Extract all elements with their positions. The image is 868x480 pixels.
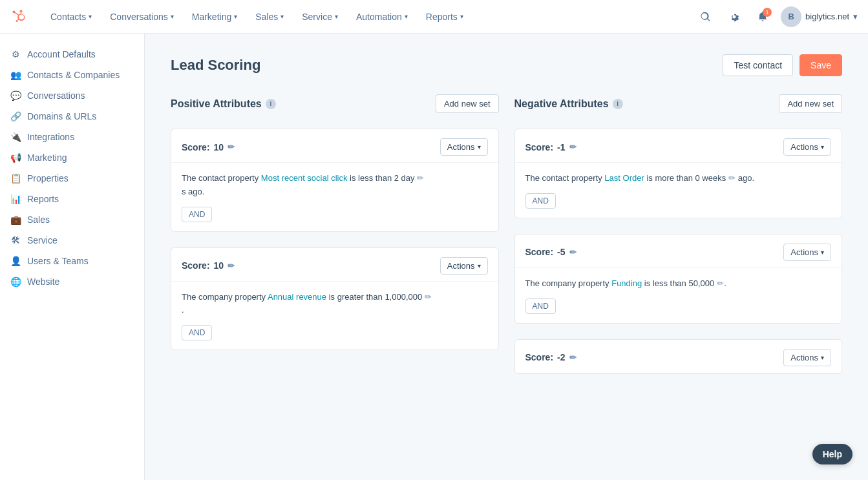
positive-attributes-header: Positive Attributes i Add new set bbox=[171, 94, 499, 113]
negative-card-1-header: Score: -1 ✏ Actions ▾ bbox=[515, 129, 842, 163]
negative-add-new-set-button[interactable]: Add new set bbox=[779, 94, 842, 113]
chevron-down-icon: ▾ bbox=[234, 13, 237, 20]
sidebar-item-contacts-companies[interactable]: 👥 Contacts & Companies bbox=[0, 65, 144, 85]
chevron-down-icon: ▾ bbox=[171, 13, 174, 20]
edit-neg-score-3-icon[interactable]: ✏ bbox=[569, 353, 577, 362]
property-link-1[interactable]: Most recent social click bbox=[261, 173, 348, 183]
sidebar-item-marketing[interactable]: 📢 Marketing bbox=[0, 147, 144, 168]
nav-sales[interactable]: Sales ▾ bbox=[246, 0, 293, 34]
positive-card-1-header: Score: 10 ✏ Actions ▾ bbox=[171, 129, 498, 163]
chat-icon: 💬 bbox=[10, 90, 21, 101]
user-menu[interactable]: B biglytics.net ▾ bbox=[781, 6, 858, 27]
sidebar-item-users-teams[interactable]: 👤 Users & Teams bbox=[0, 251, 144, 271]
property-link-2[interactable]: Annual revenue bbox=[268, 292, 326, 302]
positive-attributes-column: Positive Attributes i Add new set Score:… bbox=[171, 94, 499, 382]
info-icon-neg[interactable]: i bbox=[613, 99, 623, 109]
negative-score-2-label: Score: -5 ✏ bbox=[525, 247, 577, 257]
positive-card-2-actions-button[interactable]: Actions ▾ bbox=[440, 257, 488, 275]
page-layout: ⚙ Account Defaults 👥 Contacts & Companie… bbox=[0, 34, 868, 480]
neg-property-link-1[interactable]: Last Order bbox=[604, 173, 644, 183]
positive-card-2-and-button[interactable]: AND bbox=[182, 325, 212, 340]
attributes-grid: Positive Attributes i Add new set Score:… bbox=[171, 94, 842, 382]
negative-condition-1: The contact property Last Order is more … bbox=[525, 172, 832, 185]
link-icon: 🔗 bbox=[10, 111, 21, 121]
nav-right: 1 B biglytics.net ▾ bbox=[695, 6, 858, 27]
sidebar-item-integrations[interactable]: 🔌 Integrations bbox=[0, 127, 144, 147]
lead-scoring-header: Lead Scoring Test contact Save bbox=[171, 54, 842, 76]
caret-down-icon: ▾ bbox=[478, 143, 481, 151]
notifications-button[interactable]: 1 bbox=[752, 6, 773, 27]
positive-score-card-1: Score: 10 ✏ Actions ▾ The contact proper… bbox=[171, 129, 499, 232]
sidebar-item-service[interactable]: 🛠 Service bbox=[0, 230, 144, 251]
edit-score-1-icon[interactable]: ✏ bbox=[228, 142, 235, 152]
negative-score-card-3: Score: -2 ✏ Actions ▾ bbox=[514, 339, 843, 374]
main-content: Lead Scoring Test contact Save Positive … bbox=[145, 34, 868, 480]
settings-button[interactable] bbox=[724, 6, 745, 27]
sidebar-item-account-defaults[interactable]: ⚙ Account Defaults bbox=[0, 44, 144, 65]
edit-condition-2-icon[interactable]: ✏ bbox=[425, 292, 432, 302]
neg-property-link-2[interactable]: Funding bbox=[611, 278, 642, 288]
chevron-down-icon: ▾ bbox=[460, 13, 463, 20]
negative-card-3-header: Score: -2 ✏ Actions ▾ bbox=[515, 340, 842, 373]
negative-card-1-and-button[interactable]: AND bbox=[525, 193, 556, 209]
nav-automation[interactable]: Automation ▾ bbox=[347, 0, 417, 34]
positive-card-1-actions-button[interactable]: Actions ▾ bbox=[440, 138, 488, 156]
marketing-icon: 📢 bbox=[10, 152, 21, 163]
edit-neg-score-2-icon[interactable]: ✏ bbox=[569, 247, 577, 257]
negative-score-1-label: Score: -1 ✏ bbox=[525, 142, 577, 152]
sidebar-item-sales[interactable]: 💼 Sales bbox=[0, 209, 144, 230]
negative-condition-2: The company property Funding is less tha… bbox=[525, 277, 832, 291]
nav-contacts[interactable]: Contacts ▾ bbox=[41, 0, 101, 34]
sidebar-item-conversations[interactable]: 💬 Conversations bbox=[0, 85, 144, 106]
avatar: B bbox=[781, 6, 801, 27]
negative-card-1-actions-button[interactable]: Actions ▾ bbox=[783, 138, 831, 156]
positive-card-1-body: The contact property Most recent social … bbox=[171, 163, 498, 231]
sidebar-item-website[interactable]: 🌐 Website bbox=[0, 271, 144, 292]
negative-attributes-header: Negative Attributes i Add new set bbox=[514, 94, 843, 113]
negative-card-3-actions-button[interactable]: Actions ▾ bbox=[783, 349, 831, 366]
positive-card-2-body: The company property Annual revenue is g… bbox=[171, 282, 498, 350]
nav-conversations[interactable]: Conversations ▾ bbox=[101, 0, 183, 34]
edit-neg-score-1-icon[interactable]: ✏ bbox=[569, 142, 577, 152]
sidebar-item-domains-urls[interactable]: 🔗 Domains & URLs bbox=[0, 106, 144, 127]
search-button[interactable] bbox=[695, 6, 716, 27]
service-icon: 🛠 bbox=[10, 235, 21, 245]
notification-badge: 1 bbox=[763, 8, 772, 17]
edit-neg-condition-1-icon[interactable]: ✏ bbox=[728, 173, 736, 183]
edit-condition-1-icon[interactable]: ✏ bbox=[417, 173, 424, 183]
chevron-down-icon: ▾ bbox=[853, 12, 858, 21]
edit-score-2-icon[interactable]: ✏ bbox=[228, 261, 235, 271]
nav-marketing[interactable]: Marketing ▾ bbox=[183, 0, 246, 34]
negative-card-2-actions-button[interactable]: Actions ▾ bbox=[783, 244, 831, 261]
negative-score-3-label: Score: -2 ✏ bbox=[525, 352, 577, 362]
caret-down-icon: ▾ bbox=[821, 354, 824, 361]
positive-card-2-header: Score: 10 ✏ Actions ▾ bbox=[171, 248, 498, 282]
positive-condition-1: The contact property Most recent social … bbox=[182, 172, 488, 199]
sidebar: ⚙ Account Defaults 👥 Contacts & Companie… bbox=[0, 34, 145, 480]
caret-down-icon: ▾ bbox=[478, 262, 481, 269]
website-icon: 🌐 bbox=[10, 277, 21, 287]
caret-down-icon: ▾ bbox=[821, 249, 824, 256]
test-contact-button[interactable]: Test contact bbox=[723, 54, 793, 76]
positive-add-new-set-button[interactable]: Add new set bbox=[436, 94, 499, 113]
hubspot-logo[interactable] bbox=[10, 8, 28, 26]
negative-score-card-1: Score: -1 ✏ Actions ▾ The contact proper… bbox=[514, 129, 843, 218]
caret-down-icon: ▾ bbox=[821, 143, 824, 151]
positive-attributes-title: Positive Attributes i bbox=[171, 98, 276, 110]
top-navigation: Contacts ▾ Conversations ▾ Marketing ▾ S… bbox=[0, 0, 868, 34]
nav-service[interactable]: Service ▾ bbox=[293, 0, 347, 34]
info-icon[interactable]: i bbox=[266, 99, 276, 109]
negative-card-2-and-button[interactable]: AND bbox=[525, 298, 556, 314]
negative-score-card-2: Score: -5 ✏ Actions ▾ The company proper… bbox=[514, 234, 843, 324]
positive-score-card-2: Score: 10 ✏ Actions ▾ The company proper… bbox=[171, 247, 499, 351]
edit-neg-condition-2-icon[interactable]: ✏ bbox=[717, 278, 724, 288]
negative-card-1-body: The contact property Last Order is more … bbox=[515, 163, 842, 218]
positive-card-1-and-button[interactable]: AND bbox=[182, 207, 212, 222]
nav-reports[interactable]: Reports ▾ bbox=[417, 0, 472, 34]
help-button[interactable]: Help bbox=[812, 444, 852, 464]
sidebar-item-properties[interactable]: 📋 Properties bbox=[0, 168, 144, 189]
save-button[interactable]: Save bbox=[799, 54, 842, 76]
reports-icon: 📊 bbox=[10, 194, 21, 204]
sidebar-item-reports[interactable]: 📊 Reports bbox=[0, 189, 144, 209]
nav-items: Contacts ▾ Conversations ▾ Marketing ▾ S… bbox=[41, 0, 695, 34]
